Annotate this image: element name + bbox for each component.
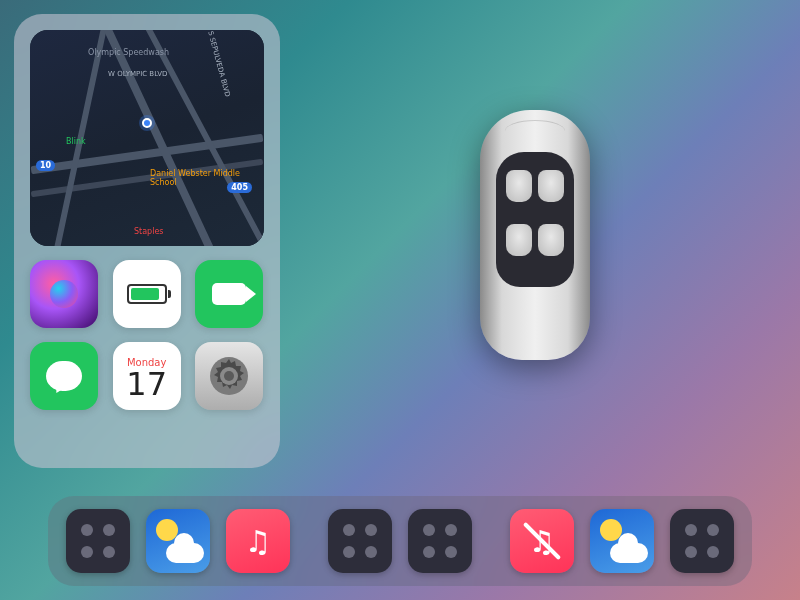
dots-icon bbox=[685, 524, 719, 558]
dots-icon bbox=[423, 524, 457, 558]
map-street-label: W OLYMPIC BLVD bbox=[108, 70, 167, 78]
app-grid: Monday 17 bbox=[30, 260, 264, 410]
seat-rear-left bbox=[506, 224, 532, 256]
gear-icon bbox=[208, 355, 250, 397]
map-poi-label: Staples bbox=[130, 226, 168, 237]
map-current-location-icon bbox=[142, 118, 152, 128]
dock-weather-app[interactable] bbox=[590, 509, 654, 573]
siri-app-icon[interactable] bbox=[30, 260, 98, 328]
calendar-app-icon[interactable]: Monday 17 bbox=[113, 342, 181, 410]
dock-app-placeholder[interactable] bbox=[66, 509, 130, 573]
seat-rear-right bbox=[538, 224, 564, 256]
dock-music-muted-app[interactable]: ♫ bbox=[510, 509, 574, 573]
calendar-date-label: 17 bbox=[126, 368, 167, 400]
dock-app-placeholder[interactable] bbox=[328, 509, 392, 573]
dock: ♫ ♫ bbox=[48, 496, 752, 586]
sidebar-panel: Olympic Speedwash W OLYMPIC BLVD S SEPUL… bbox=[14, 14, 280, 468]
dots-icon bbox=[81, 524, 115, 558]
dock-music-app[interactable]: ♫ bbox=[226, 509, 290, 573]
messages-app-icon[interactable] bbox=[30, 342, 98, 410]
car-body bbox=[480, 110, 590, 360]
seat-front-left bbox=[506, 170, 532, 202]
settings-app-icon[interactable] bbox=[195, 342, 263, 410]
dock-app-placeholder[interactable] bbox=[408, 509, 472, 573]
svg-point-2 bbox=[224, 371, 234, 381]
speech-bubble-icon bbox=[46, 361, 82, 391]
car-interior bbox=[496, 152, 574, 287]
video-camera-icon bbox=[212, 283, 246, 305]
dock-weather-app[interactable] bbox=[146, 509, 210, 573]
music-note-icon: ♫ bbox=[245, 524, 272, 559]
cloud-icon bbox=[610, 543, 648, 563]
map-poi-label: Olympic Speedwash bbox=[88, 48, 169, 57]
vehicle-top-view[interactable] bbox=[430, 110, 640, 360]
dock-app-placeholder[interactable] bbox=[670, 509, 734, 573]
map-highway-shield: 405 bbox=[227, 182, 252, 193]
dots-icon bbox=[343, 524, 377, 558]
map-poi-label: Blink bbox=[62, 136, 90, 147]
map-highway-shield: 10 bbox=[36, 160, 55, 171]
maps-widget[interactable]: Olympic Speedwash W OLYMPIC BLVD S SEPUL… bbox=[30, 30, 264, 246]
cloud-icon bbox=[166, 543, 204, 563]
seat-front-right bbox=[538, 170, 564, 202]
battery-icon bbox=[127, 284, 167, 304]
facetime-app-icon[interactable] bbox=[195, 260, 263, 328]
battery-fill-icon bbox=[131, 288, 159, 300]
car-hood bbox=[505, 120, 565, 142]
battery-app-icon[interactable] bbox=[113, 260, 181, 328]
